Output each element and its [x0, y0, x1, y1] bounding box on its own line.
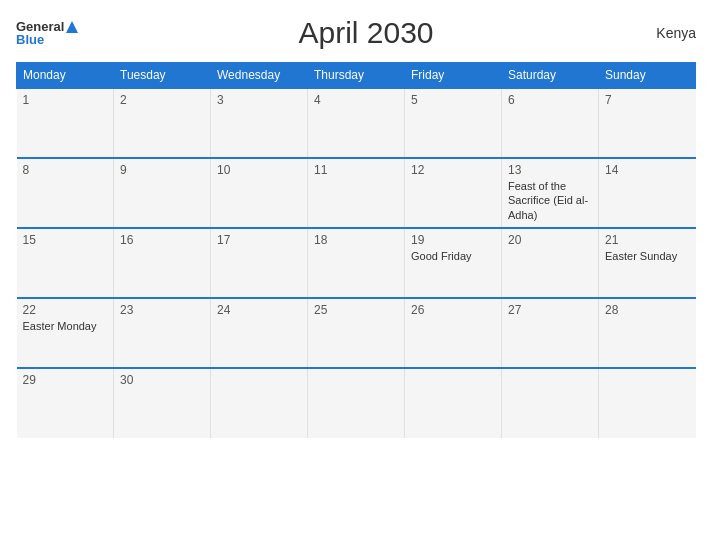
- calendar-header-row: MondayTuesdayWednesdayThursdayFridaySatu…: [17, 63, 696, 89]
- calendar-cell: 26: [405, 298, 502, 368]
- calendar-week-row: 1516171819Good Friday2021Easter Sunday: [17, 228, 696, 298]
- calendar-cell: 6: [502, 88, 599, 158]
- calendar-cell: 2: [114, 88, 211, 158]
- day-number: 24: [217, 303, 301, 317]
- day-number: 7: [605, 93, 690, 107]
- calendar-cell: 3: [211, 88, 308, 158]
- day-number: 6: [508, 93, 592, 107]
- day-number: 22: [23, 303, 108, 317]
- calendar-cell: [502, 368, 599, 438]
- calendar-cell: 12: [405, 158, 502, 228]
- calendar-cell: 4: [308, 88, 405, 158]
- calendar-cell: 16: [114, 228, 211, 298]
- holiday-label: Easter Sunday: [605, 249, 690, 263]
- day-number: 15: [23, 233, 108, 247]
- calendar-cell: [405, 368, 502, 438]
- holiday-label: Easter Monday: [23, 319, 108, 333]
- day-number: 25: [314, 303, 398, 317]
- calendar-cell: [599, 368, 696, 438]
- col-header-saturday: Saturday: [502, 63, 599, 89]
- calendar-week-row: 2930: [17, 368, 696, 438]
- day-number: 3: [217, 93, 301, 107]
- calendar-cell: 20: [502, 228, 599, 298]
- calendar-cell: 1: [17, 88, 114, 158]
- day-number: 28: [605, 303, 690, 317]
- calendar-title: April 2030: [96, 16, 636, 50]
- calendar-week-row: 22Easter Monday232425262728: [17, 298, 696, 368]
- calendar-cell: 10: [211, 158, 308, 228]
- day-number: 18: [314, 233, 398, 247]
- calendar-cell: 17: [211, 228, 308, 298]
- day-number: 14: [605, 163, 690, 177]
- day-number: 20: [508, 233, 592, 247]
- calendar-cell: 14: [599, 158, 696, 228]
- calendar-cell: 5: [405, 88, 502, 158]
- svg-marker-0: [66, 21, 78, 33]
- logo-triangle-icon: [65, 20, 79, 34]
- calendar-week-row: 1234567: [17, 88, 696, 158]
- day-number: 17: [217, 233, 301, 247]
- col-header-tuesday: Tuesday: [114, 63, 211, 89]
- calendar-cell: 19Good Friday: [405, 228, 502, 298]
- col-header-thursday: Thursday: [308, 63, 405, 89]
- day-number: 16: [120, 233, 204, 247]
- day-number: 4: [314, 93, 398, 107]
- page-header: General Blue April 2030 Kenya: [16, 16, 696, 50]
- day-number: 5: [411, 93, 495, 107]
- calendar-cell: 9: [114, 158, 211, 228]
- col-header-friday: Friday: [405, 63, 502, 89]
- day-number: 27: [508, 303, 592, 317]
- calendar-cell: 7: [599, 88, 696, 158]
- calendar-cell: 30: [114, 368, 211, 438]
- day-number: 2: [120, 93, 204, 107]
- day-number: 23: [120, 303, 204, 317]
- calendar-cell: 22Easter Monday: [17, 298, 114, 368]
- calendar-cell: 8: [17, 158, 114, 228]
- calendar-cell: 29: [17, 368, 114, 438]
- col-header-wednesday: Wednesday: [211, 63, 308, 89]
- calendar-cell: 24: [211, 298, 308, 368]
- day-number: 11: [314, 163, 398, 177]
- day-number: 13: [508, 163, 592, 177]
- calendar-cell: 28: [599, 298, 696, 368]
- calendar-cell: 23: [114, 298, 211, 368]
- holiday-label: Good Friday: [411, 249, 495, 263]
- calendar-cell: 27: [502, 298, 599, 368]
- day-number: 10: [217, 163, 301, 177]
- day-number: 8: [23, 163, 108, 177]
- calendar-cell: [308, 368, 405, 438]
- calendar-cell: [211, 368, 308, 438]
- calendar-table: MondayTuesdayWednesdayThursdayFridaySatu…: [16, 62, 696, 438]
- day-number: 12: [411, 163, 495, 177]
- calendar-cell: 13Feast of the Sacrifice (Eid al-Adha): [502, 158, 599, 228]
- holiday-label: Feast of the Sacrifice (Eid al-Adha): [508, 179, 592, 222]
- day-number: 30: [120, 373, 204, 387]
- col-header-monday: Monday: [17, 63, 114, 89]
- day-number: 26: [411, 303, 495, 317]
- calendar-cell: 18: [308, 228, 405, 298]
- calendar-cell: 15: [17, 228, 114, 298]
- day-number: 19: [411, 233, 495, 247]
- day-number: 29: [23, 373, 108, 387]
- day-number: 1: [23, 93, 108, 107]
- country-label: Kenya: [636, 25, 696, 41]
- day-number: 9: [120, 163, 204, 177]
- calendar-cell: 21Easter Sunday: [599, 228, 696, 298]
- logo-area: General Blue: [16, 19, 96, 47]
- calendar-cell: 11: [308, 158, 405, 228]
- day-number: 21: [605, 233, 690, 247]
- col-header-sunday: Sunday: [599, 63, 696, 89]
- calendar-cell: 25: [308, 298, 405, 368]
- calendar-week-row: 8910111213Feast of the Sacrifice (Eid al…: [17, 158, 696, 228]
